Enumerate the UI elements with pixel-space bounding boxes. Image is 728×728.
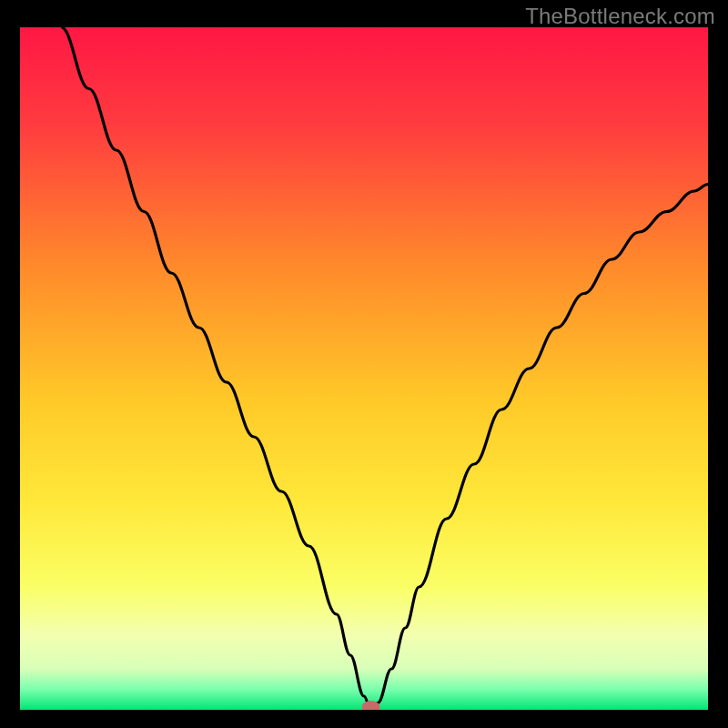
- watermark-text: TheBottleneck.com: [525, 4, 715, 29]
- chart-container: TheBottleneck.com: [0, 0, 728, 728]
- gradient-background: [20, 27, 708, 710]
- plot-area: [20, 27, 708, 710]
- chart-svg: [20, 27, 708, 710]
